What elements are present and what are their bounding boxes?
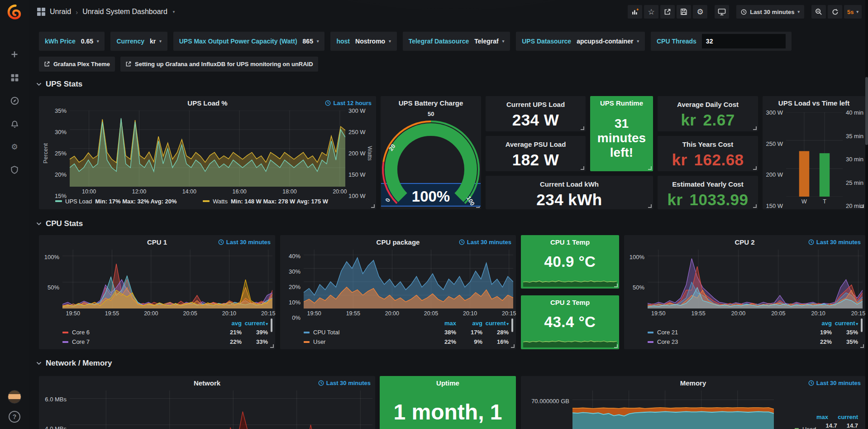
panel-title[interactable]: UPS Runtime bbox=[590, 99, 653, 107]
legend-scrollbar[interactable] bbox=[861, 318, 863, 332]
legend-table[interactable]: avgcurrent▾Core 2119%35%Core 2322%35% bbox=[627, 318, 863, 347]
variable-value-dropdown[interactable]: 0.65▾ bbox=[81, 38, 99, 45]
panel-title[interactable]: CPU 2 Temp bbox=[521, 299, 619, 306]
panel-title[interactable]: Average Daily Cost bbox=[677, 101, 739, 108]
legend-table[interactable]: maxavgcurrent▾CPU Total38%17%28%User22%9… bbox=[283, 318, 513, 347]
legend-column-header[interactable]: max bbox=[430, 320, 456, 327]
panel-title[interactable]: Uptime bbox=[380, 379, 516, 387]
clock-icon bbox=[218, 239, 224, 245]
help-icon[interactable]: ? bbox=[9, 411, 20, 423]
link-ups-monitoring-guide[interactable]: Setting up Grafana and InfluxDB for UPS … bbox=[120, 57, 318, 72]
legend-table[interactable]: maxcurrentUsed14.7 GB14.7 GBBuffered3 MB… bbox=[774, 390, 863, 429]
grafana-logo[interactable] bbox=[6, 4, 23, 21]
legend-scrollbar[interactable] bbox=[511, 318, 513, 332]
tick-label: 10:00 bbox=[82, 188, 96, 195]
legend-column-header[interactable]: current▾ bbox=[242, 320, 268, 327]
legend-column-header[interactable]: current▾ bbox=[832, 320, 858, 327]
share-button[interactable] bbox=[660, 5, 675, 19]
chevron-down-icon: ▾ bbox=[856, 10, 858, 14]
refresh-interval-picker[interactable]: 5s ▾ bbox=[844, 5, 862, 19]
breadcrumb-title[interactable]: Unraid System Dashboard bbox=[82, 8, 167, 16]
legend-table[interactable]: avgcurrent▾Core 621%39%Core 722%33% bbox=[42, 318, 272, 347]
panel-title[interactable]: Current UPS Load bbox=[506, 101, 565, 108]
variable-value-dropdown[interactable]: Nostromo▾ bbox=[355, 38, 391, 45]
avatar[interactable] bbox=[8, 390, 21, 404]
variable-value-dropdown[interactable]: apcupsd-container▾ bbox=[577, 38, 639, 45]
cpu1-chart[interactable] bbox=[62, 250, 272, 308]
alerting-icon[interactable] bbox=[9, 118, 20, 129]
scrollbar-thumb[interactable] bbox=[865, 77, 868, 145]
panel-title[interactable]: UPS Load vs Time left bbox=[763, 99, 865, 107]
legend-column-header[interactable]: max bbox=[798, 414, 828, 420]
legend-column-header[interactable]: avg bbox=[456, 320, 482, 327]
configuration-icon[interactable]: ⚙ bbox=[9, 141, 20, 152]
apps-grid-icon[interactable] bbox=[37, 8, 45, 16]
dashboard-links: Grafana Plex Theme Setting up Grafana an… bbox=[39, 57, 318, 72]
settings-button[interactable]: ⚙ bbox=[693, 5, 707, 19]
legend-column-header[interactable]: avg bbox=[806, 320, 832, 327]
legend-column-header[interactable]: current▾ bbox=[482, 320, 509, 327]
tick-label: 15% bbox=[55, 193, 67, 199]
cpu2-chart[interactable] bbox=[648, 250, 863, 308]
legend-item-ups-load[interactable]: UPS Load Min: 17% Max: 32% Avg: 20% bbox=[55, 198, 177, 205]
section-cpu-stats[interactable]: CPU Stats bbox=[36, 219, 83, 228]
cpu-package-chart[interactable] bbox=[304, 250, 513, 308]
link-grafana-plex-theme[interactable]: Grafana Plex Theme bbox=[39, 57, 115, 72]
panel-title[interactable]: Average PSU Load bbox=[506, 140, 566, 148]
refresh-button[interactable] bbox=[828, 5, 842, 19]
add-panel-button[interactable] bbox=[628, 5, 642, 19]
panel-title[interactable]: Current Load kWh bbox=[540, 180, 599, 188]
chevron-down-icon[interactable]: ▾ bbox=[173, 10, 175, 14]
tick-label: 18:00 bbox=[282, 188, 296, 195]
panel-average-psu-load: Average PSU Load 182 W bbox=[486, 136, 586, 171]
shield-icon[interactable] bbox=[9, 164, 20, 175]
legend-row[interactable]: Used14.7 GB14.7 GB bbox=[795, 422, 858, 429]
legend-value: 14.7 GB bbox=[816, 422, 837, 429]
panel-title[interactable]: Estimated Yearly Cost bbox=[672, 180, 743, 188]
legend-row[interactable]: User22%9%16% bbox=[304, 337, 509, 347]
chevron-down-icon: ▾ bbox=[159, 39, 162, 43]
explore-icon[interactable] bbox=[9, 95, 20, 106]
temp-sparkline bbox=[523, 273, 617, 287]
panel-time-badge[interactable]: Last 30 minutes bbox=[459, 239, 511, 246]
variable-value-dropdown[interactable]: kr▾ bbox=[150, 38, 162, 45]
create-icon[interactable] bbox=[9, 49, 20, 60]
legend-row[interactable]: Core 2119%35% bbox=[648, 328, 858, 337]
legend-column-header[interactable]: current bbox=[828, 414, 858, 420]
panel-time-badge[interactable]: Last 30 minutes bbox=[318, 380, 371, 386]
cpu-threads-input[interactable] bbox=[702, 34, 786, 48]
dashboards-icon[interactable] bbox=[9, 72, 20, 83]
time-range-picker[interactable]: Last 30 minutes ▾ bbox=[736, 5, 804, 19]
page-scrollbar[interactable] bbox=[865, 0, 868, 429]
save-button[interactable] bbox=[677, 5, 691, 19]
cycle-view-button[interactable] bbox=[715, 5, 729, 19]
legend-column-header[interactable]: avg bbox=[215, 320, 242, 327]
breadcrumb-folder[interactable]: Unraid bbox=[50, 8, 71, 16]
variable-value-dropdown[interactable]: Telegraf▾ bbox=[474, 38, 504, 45]
memory-chart[interactable] bbox=[572, 390, 774, 429]
tick-label: 50% bbox=[633, 284, 644, 291]
variable-value-dropdown[interactable]: 865▾ bbox=[303, 38, 319, 45]
ups-load-chart[interactable] bbox=[70, 111, 345, 187]
panel-title[interactable]: This Years Cost bbox=[682, 140, 733, 148]
legend-row[interactable]: Core 722%33% bbox=[62, 337, 268, 347]
panel-time-badge[interactable]: Last 12 hours bbox=[325, 100, 372, 106]
panel-time-badge[interactable]: Last 30 minutes bbox=[218, 239, 271, 246]
panel-time-badge[interactable]: Last 30 minutes bbox=[808, 380, 861, 386]
panel-time-badge[interactable]: Last 30 minutes bbox=[808, 239, 861, 246]
ups-bars-chart[interactable] bbox=[786, 112, 843, 197]
clock-icon bbox=[459, 239, 465, 245]
legend-row[interactable]: Core 2322%35% bbox=[648, 337, 858, 347]
zoom-out-button[interactable] bbox=[811, 5, 826, 19]
star-button[interactable]: ☆ bbox=[644, 5, 658, 19]
panel-title[interactable]: CPU 1 Temp bbox=[521, 238, 619, 246]
tick-label: 40 min bbox=[846, 109, 863, 116]
legend-item-watts[interactable]: Watts Min: 148 W Max: 278 W Avg: 175 W bbox=[203, 198, 328, 205]
tick-label: 20:15 bbox=[502, 310, 516, 317]
legend-scrollbar[interactable] bbox=[271, 318, 272, 332]
section-ups-stats[interactable]: UPS Stats bbox=[36, 80, 82, 89]
section-network-memory[interactable]: Network / Memory bbox=[36, 359, 112, 368]
legend-row[interactable]: CPU Total38%17%28% bbox=[304, 328, 509, 337]
network-chart[interactable] bbox=[70, 390, 372, 429]
legend-row[interactable]: Core 621%39% bbox=[62, 328, 268, 337]
